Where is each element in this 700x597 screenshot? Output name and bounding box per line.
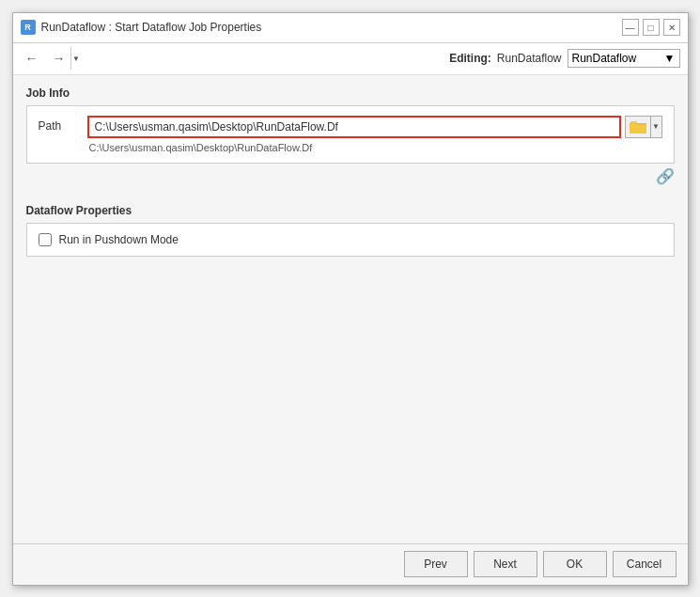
content-area: Job Info Path [13,75,688,543]
dropdown-arrow-icon: ▼ [664,52,676,65]
path-input-row: ▼ [87,116,662,138]
link-icon-area: 🔗 [26,164,675,189]
path-input-container: ▼ C:\Users\usman.qasim\Desktop\RunDataFl… [87,116,662,153]
titlebar-controls: — □ ✕ [622,19,680,36]
path-hint: C:\Users\usman.qasim\Desktop\RunDataFlow… [87,142,662,153]
job-info-box: Path [26,105,675,164]
toolbar-nav: ← → ▼ [21,46,83,71]
dataflow-properties-title: Dataflow Properties [26,204,675,217]
svg-rect-2 [630,125,646,134]
forward-button[interactable]: → [48,47,70,70]
pushdown-mode-checkbox[interactable] [39,233,52,246]
folder-icon [630,120,646,134]
toolbar-editing: Editing: RunDataflow RunDataflow ▼ [449,49,679,68]
footer: Prev Next OK Cancel [13,543,688,585]
ok-button[interactable]: OK [543,551,607,577]
editing-label: Editing: [449,52,491,65]
dataflow-properties-box: Run in Pushdown Mode [26,223,675,257]
pushdown-mode-row: Run in Pushdown Mode [39,233,662,246]
job-info-title: Job Info [26,86,675,100]
next-button[interactable]: Next [474,551,537,577]
app-icon: R [21,20,36,35]
editing-value: RunDataflow [497,52,562,65]
editing-dropdown[interactable]: RunDataflow ▼ [568,49,680,68]
main-window: R RunDataflow : Start Dataflow Job Prope… [12,12,689,586]
maximize-button[interactable]: □ [643,19,660,36]
link-icon[interactable]: 🔗 [656,167,675,185]
path-input[interactable] [87,116,621,138]
job-info-section: Job Info Path [26,86,675,189]
back-button[interactable]: ← [21,47,43,70]
minimize-button[interactable]: — [622,19,639,36]
forward-button-group: → ▼ [47,46,83,71]
browse-button[interactable]: ▼ [625,116,662,138]
folder-icon-area [626,118,650,135]
prev-button[interactable]: Prev [404,551,468,577]
dataflow-properties-section: Dataflow Properties Run in Pushdown Mode [26,204,675,257]
toolbar: ← → ▼ Editing: RunDataflow RunDataflow ▼ [13,43,688,75]
close-button[interactable]: ✕ [663,19,680,36]
pushdown-mode-label: Run in Pushdown Mode [59,233,179,246]
browse-dropdown-arrow[interactable]: ▼ [650,116,661,138]
svg-rect-3 [630,121,637,125]
forward-dropdown-button[interactable]: ▼ [70,47,82,70]
path-field-row: Path [39,116,662,153]
titlebar: R RunDataflow : Start Dataflow Job Prope… [13,13,688,43]
window-title: RunDataflow : Start Dataflow Job Propert… [41,21,262,34]
cancel-button[interactable]: Cancel [613,551,677,577]
titlebar-left: R RunDataflow : Start Dataflow Job Prope… [21,20,262,35]
path-label: Path [39,116,76,133]
